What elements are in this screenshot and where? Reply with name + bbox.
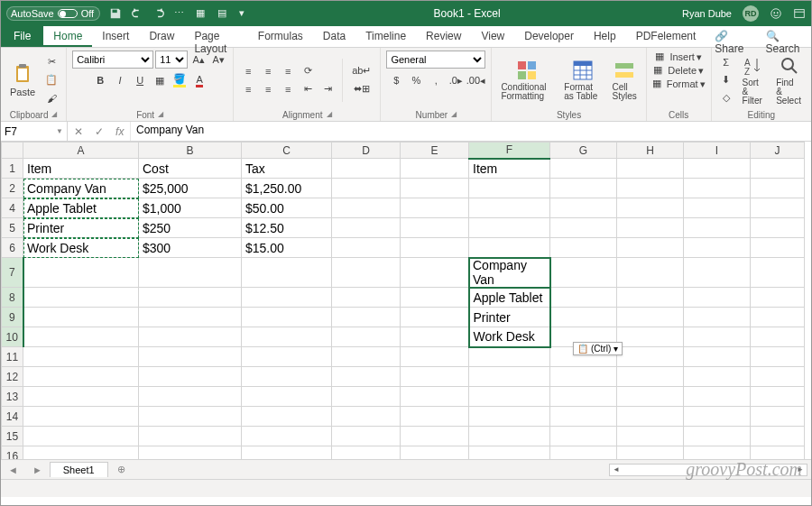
cell[interactable] (684, 179, 751, 198)
name-box[interactable]: F7▼ (1, 122, 68, 141)
cell[interactable] (684, 446, 751, 460)
insert-cells-button[interactable]: ▦Insert ▾ (655, 51, 702, 63)
cell[interactable] (751, 218, 805, 238)
spreadsheet-grid[interactable]: A B C D E F G H I J 1ItemCostTaxItem 2Co… (1, 142, 811, 459)
autosum-icon[interactable]: Σ (717, 54, 735, 70)
cell[interactable] (242, 446, 332, 460)
row-header[interactable]: 2 (2, 179, 23, 198)
col-header[interactable]: G (550, 143, 617, 159)
sheet-nav-prev[interactable]: ◄ (1, 465, 25, 475)
cell[interactable]: Printer (23, 218, 139, 238)
share-button[interactable]: 🔗 Share (706, 26, 756, 47)
cell[interactable]: $12.50 (242, 218, 332, 238)
sort-filter-button[interactable]: AZSort & Filter (739, 53, 770, 107)
cell[interactable] (139, 258, 242, 288)
cell[interactable] (751, 407, 805, 427)
cell[interactable]: Tax (242, 159, 332, 179)
cell[interactable] (332, 427, 401, 446)
cell[interactable] (242, 327, 332, 347)
qat-dropdown-icon[interactable]: ▾ (239, 7, 252, 20)
tab-view[interactable]: View (471, 26, 514, 47)
tab-insert[interactable]: Insert (92, 26, 139, 47)
row-header[interactable]: 12 (2, 367, 23, 387)
comma-icon[interactable]: , (427, 72, 445, 88)
qat-icon[interactable]: ⋯ (174, 7, 187, 20)
format-painter-button[interactable]: 🖌 (42, 90, 60, 106)
cell[interactable]: Work Desk (469, 327, 550, 347)
row-header[interactable]: 6 (2, 238, 23, 258)
cell[interactable] (550, 446, 617, 460)
cell[interactable] (23, 367, 139, 387)
cell[interactable]: Cost (139, 159, 242, 179)
cell[interactable] (684, 308, 751, 327)
cell[interactable] (332, 288, 401, 308)
cell[interactable] (550, 218, 617, 238)
underline-button[interactable]: U (131, 72, 149, 88)
cell[interactable]: $1,250.00 (242, 179, 332, 198)
cell[interactable] (751, 387, 805, 407)
row-header[interactable]: 11 (2, 347, 23, 367)
cell[interactable] (684, 198, 751, 218)
copy-button[interactable]: 📋 (42, 72, 60, 88)
qat-icon[interactable]: ▤ (217, 7, 230, 20)
cell[interactable] (242, 387, 332, 407)
cell[interactable] (617, 327, 684, 347)
cell[interactable] (139, 327, 242, 347)
cell[interactable] (469, 198, 550, 218)
cell[interactable]: Apple Tablet (469, 288, 550, 308)
cell[interactable] (23, 427, 139, 446)
cell[interactable] (139, 427, 242, 446)
tab-data[interactable]: Data (313, 26, 355, 47)
tab-formulas[interactable]: Formulas (248, 26, 313, 47)
cell[interactable] (684, 159, 751, 179)
cell[interactable] (23, 258, 139, 288)
cell[interactable] (550, 387, 617, 407)
increase-font-icon[interactable]: A▴ (189, 51, 208, 68)
cell[interactable] (401, 288, 469, 308)
cell[interactable] (242, 407, 332, 427)
cell[interactable] (469, 238, 550, 258)
cell[interactable]: Company Van (23, 179, 139, 198)
cell[interactable] (332, 347, 401, 367)
user-avatar[interactable]: RD (743, 5, 759, 22)
tab-page-layout[interactable]: Page Layout (184, 26, 247, 47)
cell[interactable] (550, 179, 617, 198)
format-cells-button[interactable]: ▦Format ▾ (652, 78, 706, 90)
cell[interactable] (550, 198, 617, 218)
conditional-formatting-button[interactable]: Conditional Formatting (497, 58, 557, 103)
undo-icon[interactable] (131, 7, 143, 20)
delete-cells-button[interactable]: ▦Delete ▾ (653, 64, 704, 77)
cell[interactable] (23, 288, 139, 308)
merge-center-button[interactable]: ⬌⊞ (348, 81, 374, 97)
cell[interactable] (401, 387, 469, 407)
cell[interactable] (617, 159, 684, 179)
align-bottom-icon[interactable]: ≡ (279, 63, 297, 79)
row-header[interactable]: 10 (2, 327, 23, 347)
cell[interactable] (242, 308, 332, 327)
cell[interactable] (550, 308, 617, 327)
row-header[interactable]: 4 (2, 198, 23, 218)
cell[interactable]: $1,000 (139, 198, 242, 218)
cell[interactable] (332, 238, 401, 258)
font-color-button[interactable]: A (190, 72, 208, 88)
tab-timeline[interactable]: Timeline (355, 26, 416, 47)
cell[interactable] (617, 198, 684, 218)
cell[interactable] (617, 288, 684, 308)
cell[interactable] (332, 159, 401, 179)
cell[interactable] (401, 427, 469, 446)
cell[interactable] (617, 238, 684, 258)
cell[interactable] (751, 327, 805, 347)
cell[interactable] (401, 218, 469, 238)
cell[interactable]: $300 (139, 238, 242, 258)
increase-decimal-icon[interactable]: .0▸ (447, 72, 465, 88)
cell[interactable] (550, 238, 617, 258)
cell[interactable] (469, 387, 550, 407)
align-middle-icon[interactable]: ≡ (259, 63, 277, 79)
add-sheet-button[interactable]: ⊕ (108, 464, 134, 475)
cell[interactable]: $50.00 (242, 198, 332, 218)
cut-button[interactable]: ✂ (42, 54, 60, 70)
cell[interactable] (401, 238, 469, 258)
cell[interactable] (139, 308, 242, 327)
user-name[interactable]: Ryan Dube (682, 8, 732, 19)
cell[interactable] (23, 308, 139, 327)
